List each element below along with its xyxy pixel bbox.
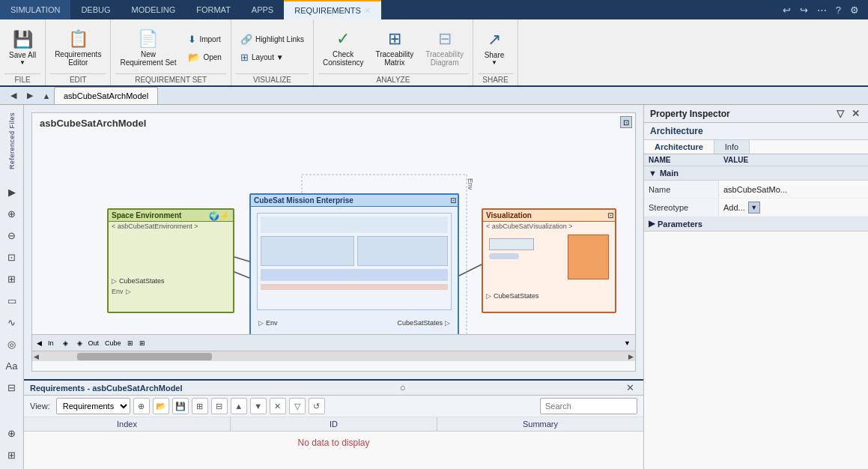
search-input[interactable] xyxy=(540,398,637,414)
canvas-expand-btn[interactable]: ⊡ xyxy=(620,116,632,128)
layout-button[interactable]: ⊞ Layout ▼ xyxy=(236,49,288,65)
prop-collapse-btn[interactable]: ▽ xyxy=(834,108,846,119)
diagram-container: Space Environment 🌍⚡ < asbCubeSatEnviron… xyxy=(32,133,635,351)
settings-icon[interactable]: ⚙ xyxy=(847,3,862,17)
req-editor-icon: 📋 xyxy=(68,29,88,49)
tool-component[interactable]: ⊟ xyxy=(2,378,22,397)
tool-rect[interactable]: ▭ xyxy=(2,291,22,310)
port-out-label: Out xyxy=(88,339,100,347)
hscroll-left[interactable]: ◀ xyxy=(34,353,39,360)
prop-field-stereotype-label: Stereotype xyxy=(644,199,719,216)
tab-back[interactable]: ◀ xyxy=(6,88,21,103)
menu-apps[interactable]: APPS xyxy=(241,0,284,19)
more-icon[interactable]: ⋯ xyxy=(814,3,830,17)
left-sidebar: Referenced Files ▶ ⊕ ⊖ ⊡ ⊞ ▭ ∿ ◎ Aa ⊟ ⊕ … xyxy=(0,105,24,469)
ribbon-group-edit: 📋 Requirements Editor EDIT xyxy=(46,19,111,85)
ribbon-label-edit: EDIT xyxy=(50,73,106,84)
highlight-links-button[interactable]: 🔗 Highlight Links xyxy=(236,31,309,47)
tool-zoom-in[interactable]: ⊕ xyxy=(2,204,22,223)
view-select[interactable]: Requirements xyxy=(56,398,130,414)
bottom-minimize-btn[interactable]: ○ xyxy=(397,382,409,393)
hscroll-thumb[interactable] xyxy=(77,353,212,360)
tool-play[interactable]: ▶ xyxy=(2,182,22,202)
save-all-button[interactable]: 💾 Save All ▼ xyxy=(4,25,40,71)
menu-debug[interactable]: DEBUG xyxy=(70,0,121,19)
bottom-close-btn[interactable]: ✕ xyxy=(623,382,637,393)
prop-section-parameters[interactable]: ▶ Parameters xyxy=(644,217,868,232)
prop-close-btn[interactable]: ✕ xyxy=(849,108,862,119)
toolbar-save[interactable]: 💾 xyxy=(172,398,189,414)
open-button[interactable]: 📂 Open xyxy=(183,49,225,65)
stereotype-dropdown-btn[interactable]: ▼ xyxy=(748,202,760,214)
share-button[interactable]: ↗ Share ▼ xyxy=(478,25,511,71)
toolbar-open[interactable]: 📂 xyxy=(153,398,169,414)
bottom-panel-title: Requirements - asbCubeSatArchModel xyxy=(30,384,183,393)
tool-hierarchy[interactable]: ⊕ xyxy=(2,423,22,443)
toolbar-refresh[interactable]: ↺ xyxy=(309,398,325,414)
prop-tab-info[interactable]: Info xyxy=(714,140,750,154)
new-req-set-button[interactable]: 📄 New Requirement Set xyxy=(115,25,180,71)
menu-modeling[interactable]: MODELING xyxy=(121,0,186,19)
traceability-matrix-button[interactable]: ⊞ Traceability Matrix xyxy=(371,25,418,71)
toolbar-delete[interactable]: ✕ xyxy=(270,398,286,414)
check-consistency-button[interactable]: ✓ Check Consistency xyxy=(318,25,368,71)
tool-zoom-out[interactable]: ⊖ xyxy=(2,226,22,245)
port-env-in: ▷ Env xyxy=(255,318,281,328)
help-icon[interactable]: ? xyxy=(833,3,844,17)
menu-requirements[interactable]: REQUIREMENTS ✕ xyxy=(284,0,381,19)
tool-wave[interactable]: ∿ xyxy=(2,312,22,332)
import-button[interactable]: ⬇ Import xyxy=(183,31,225,47)
prop-tab-architecture[interactable]: Architecture xyxy=(644,140,714,154)
ribbon-group-visualize: 🔗 Highlight Links ⊞ Layout ▼ VISUALIZE xyxy=(231,19,314,85)
tab-up[interactable]: ▲ xyxy=(39,88,54,103)
redo-icon[interactable]: ↪ xyxy=(797,3,811,17)
traceability-diagram-button[interactable]: ⊟ Traceability Diagram xyxy=(421,25,468,71)
referenced-files-tab[interactable]: Referenced Files xyxy=(7,108,17,174)
prop-arch-value: Architecture xyxy=(644,123,868,140)
canvas-wrapper: ⊡ asbCubeSatArchModel xyxy=(24,105,643,379)
ribbon-label-visualize: VISUALIZE xyxy=(236,73,309,84)
ribbon-group-reqset: 📄 New Requirement Set ⬇ Import 📂 Open RE… xyxy=(111,19,231,85)
prop-field-name-value[interactable]: asbCubeSatMo... xyxy=(719,181,868,198)
block-visualization[interactable]: Visualization ⊡ < asbCubeSatVisualizatio… xyxy=(482,208,616,313)
tool-circle[interactable]: ◎ xyxy=(2,334,22,354)
req-editor-button[interactable]: 📋 Requirements Editor xyxy=(50,25,106,71)
prop-field-name-label: Name xyxy=(644,181,719,198)
property-inspector: Property Inspector ▽ ✕ Architecture Arch… xyxy=(643,105,868,469)
canvas-hscrollbar[interactable]: ◀ ▶ xyxy=(32,351,635,361)
prop-section-main[interactable]: ▼ Main xyxy=(644,166,868,181)
prop-field-stereotype-value[interactable]: Add... ▼ xyxy=(719,199,868,216)
prop-row-name: Name asbCubeSatMo... xyxy=(644,181,868,199)
toolbar-new[interactable]: ⊕ xyxy=(133,398,150,414)
prop-col-value: VALUE xyxy=(723,156,864,164)
view-label: View: xyxy=(30,402,50,411)
tool-fit[interactable]: ⊡ xyxy=(2,247,22,267)
matrix-icon: ⊞ xyxy=(388,29,401,49)
ribbon-buttons-file: 💾 Save All ▼ xyxy=(4,22,40,73)
tool-text[interactable]: Aa xyxy=(2,356,22,375)
menu-simulation[interactable]: SIMULATION xyxy=(0,0,70,19)
viz-expand-icon: ⊡ xyxy=(607,211,613,220)
port-in-label: In xyxy=(48,339,54,347)
port-cubesat-states-in: CubeSatStates ▷ xyxy=(394,318,453,328)
ribbon-group-analyze: ✓ Check Consistency ⊞ Traceability Matri… xyxy=(314,19,473,85)
tool-sitemap[interactable]: ⊞ xyxy=(2,445,22,465)
tab-forward[interactable]: ▶ xyxy=(22,88,37,103)
toolbar-grid2[interactable]: ⊟ xyxy=(211,398,228,414)
tab-nav: ◀ ▶ ▲ xyxy=(6,88,54,103)
block-cubesat-mission[interactable]: CubeSat Mission Enterprise ⊡ xyxy=(249,193,459,343)
tab-arch-model[interactable]: asbCubeSatArchModel xyxy=(54,87,158,104)
block-space-env[interactable]: Space Environment 🌍⚡ < asbCubeSatEnviron… xyxy=(107,208,234,313)
space-env-header: Space Environment 🌍⚡ xyxy=(109,210,233,222)
undo-icon[interactable]: ↩ xyxy=(780,3,794,17)
close-tab-icon[interactable]: ✕ xyxy=(364,6,371,16)
tool-grid[interactable]: ⊞ xyxy=(2,269,22,288)
toolbar-grid1[interactable]: ⊞ xyxy=(192,398,208,414)
ribbon-group-file: 💾 Save All ▼ FILE xyxy=(0,19,46,85)
hscroll-right[interactable]: ▶ xyxy=(628,353,634,360)
tab-strip: ◀ ▶ ▲ asbCubeSatArchModel xyxy=(0,87,868,105)
toolbar-up[interactable]: ▲ xyxy=(231,398,247,414)
toolbar-filter[interactable]: ▽ xyxy=(289,398,306,414)
toolbar-down[interactable]: ▼ xyxy=(250,398,267,414)
menu-format[interactable]: FORMAT xyxy=(186,0,241,19)
